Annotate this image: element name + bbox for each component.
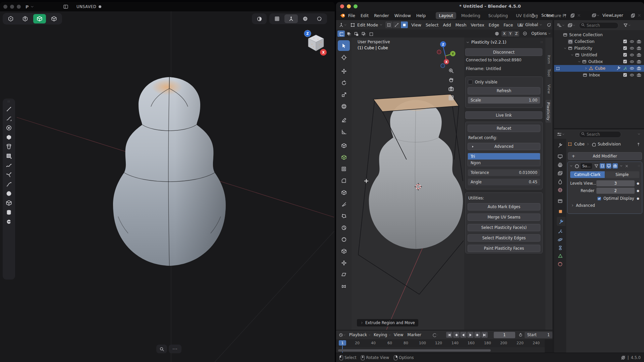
- camera-toggle-icon[interactable]: [637, 73, 641, 77]
- cylinder-tool[interactable]: [6, 209, 12, 216]
- tab-viewlayer-icon[interactable]: [557, 171, 563, 176]
- drag-dots-icon[interactable]: ∷: [541, 41, 543, 44]
- menu-view[interactable]: View: [411, 22, 421, 27]
- mirror-x-button[interactable]: X: [501, 31, 507, 37]
- timeline-scrollbar[interactable]: [338, 349, 491, 352]
- checkbox-icon[interactable]: [623, 39, 627, 44]
- realtime-toggle-icon[interactable]: [607, 164, 611, 168]
- menu-file[interactable]: File: [348, 13, 355, 18]
- camera-toggle-icon[interactable]: [637, 53, 641, 57]
- drag-dots-icon[interactable]: ∷: [638, 164, 640, 168]
- tab-render-icon[interactable]: [557, 154, 563, 159]
- properties-editor-icon[interactable]: [557, 132, 562, 137]
- select-plasticity-edges-button[interactable]: Select Plasticity Edges: [468, 234, 540, 242]
- camera-toggle-icon[interactable]: [637, 66, 641, 71]
- tab-view[interactable]: View: [547, 84, 551, 94]
- checkbox-icon[interactable]: [623, 46, 627, 50]
- timeline-editor-icon[interactable]: [339, 333, 343, 338]
- checkbox-icon[interactable]: [623, 73, 627, 77]
- selected-face[interactable]: [373, 94, 459, 112]
- trim-tool[interactable]: [6, 172, 12, 178]
- bevel-tool[interactable]: [338, 175, 350, 186]
- catmull-clark-button[interactable]: Catmull-Clark: [570, 171, 605, 178]
- tab-world-icon[interactable]: [557, 187, 563, 193]
- camera-toggle-icon[interactable]: [637, 46, 641, 51]
- chevron-down-icon[interactable]: [578, 60, 581, 63]
- spin-tool[interactable]: [338, 222, 350, 233]
- select-new-button[interactable]: [337, 31, 345, 37]
- tab-constraints-icon[interactable]: [558, 245, 563, 250]
- viewport-search-button[interactable]: [156, 345, 167, 353]
- tab-item[interactable]: Item: [547, 55, 551, 64]
- tolerance-field[interactable]: Tolerance 0.010000: [468, 169, 540, 176]
- outliner-row-inbox[interactable]: Inbox: [554, 72, 644, 78]
- tab-plasticity[interactable]: Plasticity: [545, 100, 551, 123]
- mirror-z-button[interactable]: Z: [514, 31, 519, 37]
- menu-window[interactable]: Window: [394, 13, 411, 18]
- section-tool[interactable]: [6, 219, 12, 225]
- remove-icon[interactable]: [637, 13, 641, 17]
- menu-add[interactable]: Add: [443, 22, 451, 27]
- sidebar-toggle-icon[interactable]: [63, 4, 68, 9]
- select-plasticity-faces-button[interactable]: Select Plasticity Face(s): [468, 224, 540, 231]
- eye-icon[interactable]: [630, 39, 634, 44]
- palette-drag-handle[interactable]: ∷: [3, 99, 15, 103]
- camera-toggle-icon[interactable]: [637, 39, 641, 44]
- copy-icon[interactable]: [631, 13, 635, 18]
- facet-type-ngon[interactable]: Ngon: [468, 160, 540, 166]
- menu-view[interactable]: View: [394, 333, 403, 337]
- jump-to-start-button[interactable]: [446, 332, 452, 338]
- menu-select[interactable]: Select: [426, 22, 439, 27]
- eye-icon[interactable]: [630, 73, 634, 77]
- snap-icon[interactable]: [546, 22, 551, 27]
- outliner-row-scene-collection[interactable]: Scene Collection: [554, 32, 644, 38]
- scale-slider[interactable]: Scale 1.00: [468, 97, 540, 104]
- display-mode-icon[interactable]: [568, 23, 573, 28]
- animate-dot-icon[interactable]: ●: [637, 182, 639, 185]
- eye-icon[interactable]: [630, 59, 634, 64]
- smooth-tool[interactable]: [338, 234, 350, 245]
- render-mode-button[interactable]: [313, 14, 326, 23]
- chevron-down-icon[interactable]: [637, 132, 641, 136]
- axis-gizmo-button[interactable]: [284, 14, 298, 23]
- plasticity-viewport[interactable]: [0, 11, 335, 362]
- current-frame-marker[interactable]: 1: [339, 340, 346, 346]
- shear-tool[interactable]: [338, 269, 350, 280]
- editmode-toggle-icon[interactable]: [600, 164, 604, 168]
- only-visible-checkbox[interactable]: [468, 80, 473, 84]
- properties-search-input[interactable]: [579, 131, 621, 138]
- navigation-gizmo[interactable]: Z Y X: [434, 40, 458, 70]
- box-tool[interactable]: [6, 200, 12, 206]
- menu-marker[interactable]: Marker: [408, 333, 421, 337]
- simple-button[interactable]: Simple: [605, 171, 640, 178]
- circle-tool[interactable]: [6, 125, 12, 131]
- operator-panel[interactable]: Extrude Region and Move: [357, 319, 418, 326]
- move-tool[interactable]: [338, 66, 350, 76]
- select-intersect-button[interactable]: [367, 31, 374, 37]
- model-body[interactable]: [369, 100, 463, 249]
- tab-particles-icon[interactable]: [558, 229, 563, 234]
- prev-keyframe-button[interactable]: [453, 332, 460, 338]
- play-reverse-button[interactable]: [460, 332, 467, 338]
- breadcrumb-object[interactable]: Cube: [574, 142, 585, 146]
- geometry-nodes-icon[interactable]: [623, 66, 627, 70]
- refresh-button[interactable]: Refresh: [468, 87, 540, 95]
- spline-tool[interactable]: [6, 162, 12, 169]
- select-subtract-button[interactable]: [352, 31, 360, 37]
- outliner-row-untitled[interactable]: Untitled: [554, 52, 644, 58]
- checkbox-icon[interactable]: [623, 59, 627, 64]
- outliner-row-plasticity[interactable]: Plasticity: [554, 45, 644, 52]
- add-modifier-button[interactable]: + Add Modifier: [568, 152, 642, 160]
- zoom-view-icon[interactable]: [448, 68, 454, 74]
- proportional-edit-icon[interactable]: [523, 31, 527, 36]
- checkbox-icon[interactable]: [623, 53, 627, 57]
- pan-hand-icon[interactable]: [448, 77, 454, 83]
- plasticity-panel-header[interactable]: Plasticity (v2.2.1) ∷: [466, 39, 543, 46]
- transform-orientation[interactable]: Global: [525, 22, 538, 27]
- menu-edit[interactable]: Edit: [361, 13, 369, 18]
- revolve-tool[interactable]: [6, 143, 12, 150]
- viewport-more-button[interactable]: ···: [169, 345, 181, 353]
- eye-icon[interactable]: [630, 53, 634, 57]
- tab-sculpting[interactable]: Sculpting: [485, 12, 511, 19]
- menu-help[interactable]: Help: [416, 13, 426, 18]
